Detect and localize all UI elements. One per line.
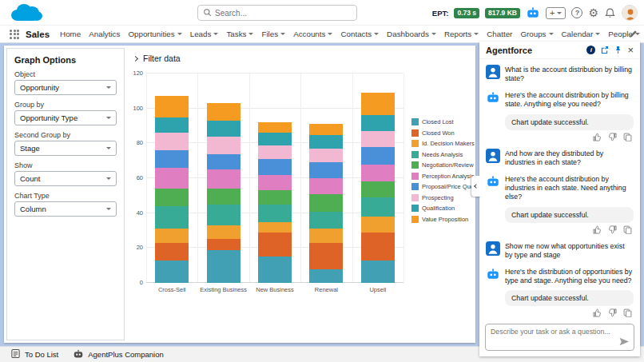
bar-segment-closed-won[interactable] bbox=[155, 243, 189, 261]
bar-segment-closed-won[interactable] bbox=[207, 239, 241, 249]
legend-item-perception-analysis[interactable]: Perception Analysis bbox=[411, 173, 479, 180]
bar-segment-proposal-price-quote[interactable] bbox=[207, 154, 241, 170]
thumbs-up-icon[interactable] bbox=[593, 225, 602, 234]
thumbs-down-icon[interactable] bbox=[608, 308, 617, 317]
stacked-bar-upsell[interactable] bbox=[361, 93, 395, 283]
bar-segment-needs-analysis[interactable] bbox=[361, 197, 395, 217]
copy-icon[interactable] bbox=[623, 308, 632, 317]
nav-tab-leads[interactable]: Leads bbox=[186, 26, 223, 42]
bar-segment-needs-analysis[interactable] bbox=[155, 206, 189, 229]
nav-tab-contacts[interactable]: Contacts bbox=[336, 26, 383, 42]
legend-item-prospecting[interactable]: Prospecting bbox=[411, 194, 479, 201]
bar-segment-negotiation-review[interactable] bbox=[207, 189, 241, 205]
legend-item-closed-lost[interactable]: Closed Lost bbox=[411, 118, 479, 125]
bar-segment-id-decision-makers[interactable] bbox=[207, 225, 241, 239]
edit-nav-pencil-icon[interactable] bbox=[629, 30, 638, 40]
bar-segment-perception-analysis[interactable] bbox=[361, 165, 395, 182]
legend-item-id-decision-makers[interactable]: Id. Decision Makers bbox=[411, 140, 479, 147]
global-search[interactable] bbox=[197, 5, 357, 21]
copy-icon[interactable] bbox=[623, 225, 632, 234]
bar-segment-prospecting[interactable] bbox=[207, 137, 241, 154]
bar-segment-closed-won[interactable] bbox=[258, 233, 292, 257]
legend-item-closed-won[interactable]: Closed Won bbox=[411, 129, 479, 137]
legend-item-qualification[interactable]: Qualification bbox=[411, 205, 479, 212]
bar-segment-qualification[interactable] bbox=[309, 135, 343, 149]
select-group-by[interactable]: Opportunity Type bbox=[14, 110, 117, 125]
select-chart-type[interactable]: Column bbox=[14, 201, 117, 217]
close-icon[interactable]: × bbox=[627, 45, 634, 55]
bar-segment-value-proposition[interactable] bbox=[155, 96, 189, 117]
nav-tab-opportunities[interactable]: Opportunities bbox=[124, 26, 185, 42]
bar-segment-needs-analysis[interactable] bbox=[309, 212, 343, 229]
bar-segment-closed-lost[interactable] bbox=[207, 250, 241, 283]
thumbs-down-icon[interactable] bbox=[608, 225, 617, 234]
bar-segment-id-decision-makers[interactable] bbox=[258, 222, 292, 233]
bar-segment-negotiation-review[interactable] bbox=[155, 189, 189, 206]
bar-segment-id-decision-makers[interactable] bbox=[361, 217, 395, 233]
nav-tab-reports[interactable]: Reports bbox=[440, 26, 483, 42]
send-icon[interactable] bbox=[619, 337, 630, 348]
bar-segment-perception-analysis[interactable] bbox=[258, 175, 292, 191]
nav-tab-tasks[interactable]: Tasks bbox=[222, 26, 257, 42]
bar-segment-qualification[interactable] bbox=[207, 121, 241, 137]
nav-tab-calendar[interactable]: Calendar bbox=[558, 26, 605, 42]
bar-segment-qualification[interactable] bbox=[361, 115, 395, 131]
todo-list-button[interactable]: To Do List bbox=[3, 347, 66, 362]
select-show[interactable]: Count bbox=[14, 171, 117, 186]
nav-tab-analytics[interactable]: Analytics bbox=[85, 26, 124, 42]
thumbs-down-icon[interactable] bbox=[608, 133, 617, 141]
agent-prompt-input[interactable] bbox=[491, 328, 629, 347]
select-object[interactable]: Opportunity bbox=[14, 80, 117, 95]
bar-segment-negotiation-review[interactable] bbox=[309, 194, 343, 212]
bar-segment-qualification[interactable] bbox=[155, 117, 189, 133]
bar-segment-id-decision-makers[interactable] bbox=[309, 229, 343, 242]
bar-segment-proposal-price-quote[interactable] bbox=[258, 159, 292, 175]
bar-segment-closed-lost[interactable] bbox=[155, 261, 189, 283]
bar-segment-perception-analysis[interactable] bbox=[155, 168, 189, 189]
nav-tab-groups[interactable]: Groups bbox=[516, 26, 557, 42]
bar-segment-closed-lost[interactable] bbox=[309, 269, 343, 283]
search-input[interactable] bbox=[215, 9, 352, 18]
bar-segment-value-proposition[interactable] bbox=[258, 122, 292, 133]
bar-segment-prospecting[interactable] bbox=[309, 149, 343, 162]
bar-segment-qualification[interactable] bbox=[258, 133, 292, 145]
bar-segment-negotiation-review[interactable] bbox=[361, 181, 395, 197]
thumbs-up-icon[interactable] bbox=[593, 133, 602, 141]
stacked-bar-renewal[interactable] bbox=[309, 124, 343, 283]
bar-segment-value-proposition[interactable] bbox=[207, 103, 241, 121]
bar-segment-value-proposition[interactable] bbox=[309, 124, 343, 134]
nav-tab-files[interactable]: Files bbox=[257, 26, 289, 42]
bar-segment-perception-analysis[interactable] bbox=[207, 169, 241, 189]
einstein-icon[interactable] bbox=[526, 6, 540, 20]
bar-segment-proposal-price-quote[interactable] bbox=[155, 150, 189, 168]
nav-tab-accounts[interactable]: Accounts bbox=[289, 26, 336, 42]
nav-tab-dashboards[interactable]: Dashboards bbox=[383, 26, 440, 42]
app-name[interactable]: Sales bbox=[26, 30, 50, 39]
nav-tab-people[interactable]: People bbox=[604, 26, 644, 42]
bar-segment-closed-lost[interactable] bbox=[361, 261, 395, 283]
pin-icon[interactable] bbox=[614, 46, 622, 54]
bar-segment-negotiation-review[interactable] bbox=[258, 190, 292, 204]
bar-segment-proposal-price-quote[interactable] bbox=[361, 147, 395, 165]
bar-segment-prospecting[interactable] bbox=[258, 145, 292, 159]
quick-add-button[interactable]: + bbox=[546, 7, 566, 19]
bar-segment-closed-won[interactable] bbox=[361, 233, 395, 261]
stacked-bar-cross-sell[interactable] bbox=[155, 96, 189, 283]
stacked-bar-new-business[interactable] bbox=[258, 122, 292, 283]
legend-item-negotiation-review[interactable]: Negotiation/Review bbox=[411, 161, 479, 169]
user-avatar[interactable] bbox=[622, 5, 638, 21]
nav-tab-home[interactable]: Home bbox=[56, 26, 85, 42]
legend-item-proposal-price-quote[interactable]: Proposal/Price Quote bbox=[411, 183, 479, 190]
bar-segment-perception-analysis[interactable] bbox=[309, 178, 343, 194]
bar-segment-prospecting[interactable] bbox=[361, 131, 395, 147]
stacked-bar-existing-business[interactable] bbox=[207, 103, 241, 283]
help-icon[interactable]: ? bbox=[571, 7, 582, 18]
notifications-bell-icon[interactable] bbox=[604, 7, 616, 19]
select-second-group-by[interactable]: Stage bbox=[14, 141, 117, 156]
open-in-new-icon[interactable] bbox=[600, 46, 609, 54]
bar-segment-needs-analysis[interactable] bbox=[207, 205, 241, 225]
bar-segment-id-decision-makers[interactable] bbox=[155, 229, 189, 242]
legend-item-needs-analysis[interactable]: Needs Analysis bbox=[411, 151, 479, 158]
thumbs-up-icon[interactable] bbox=[593, 308, 602, 317]
info-icon[interactable]: i bbox=[586, 46, 595, 54]
